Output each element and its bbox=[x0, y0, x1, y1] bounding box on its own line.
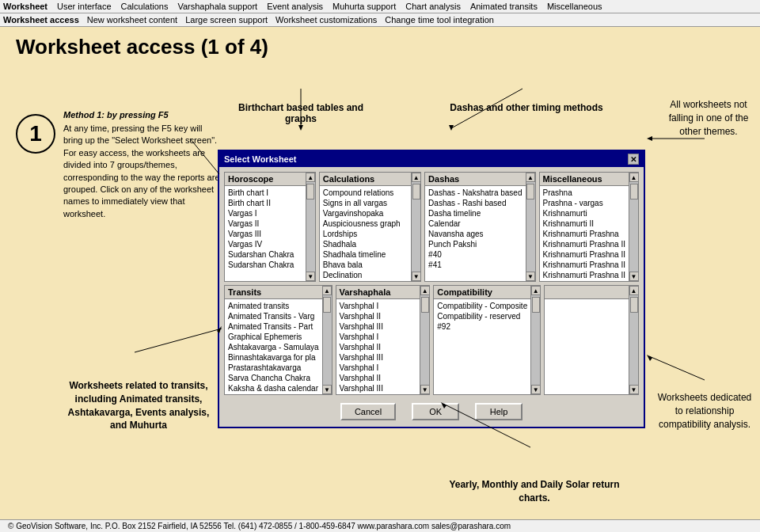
panel-horoscope-list[interactable]: Birth chart I Birth chart II Vargas I Va… bbox=[225, 186, 306, 281]
list-item[interactable]: Krishnamurti bbox=[542, 208, 628, 218]
list-item[interactable]: Graphical Ephemeris bbox=[226, 332, 321, 342]
scroll-down[interactable]: ▼ bbox=[531, 385, 541, 394]
list-item[interactable]: Krishnamurti Prashna II bbox=[542, 270, 628, 280]
menu-worksheet[interactable]: Worksheet bbox=[3, 2, 48, 11]
scroll-up[interactable]: ▲ bbox=[322, 286, 332, 295]
close-button[interactable]: ✕ bbox=[628, 154, 639, 165]
list-item[interactable]: Calendar bbox=[427, 218, 523, 229]
scroll-down[interactable]: ▼ bbox=[526, 272, 535, 281]
scroll-thumb[interactable] bbox=[532, 297, 540, 313]
scrollbar[interactable]: ▲ ▼ bbox=[629, 173, 638, 281]
list-item[interactable]: Vargas IV bbox=[226, 239, 304, 249]
scrollbar[interactable]: ▲ ▼ bbox=[306, 173, 315, 281]
scroll-up[interactable]: ▲ bbox=[629, 173, 639, 182]
list-item[interactable]: Auspiciousness graph bbox=[321, 218, 409, 229]
scroll-down[interactable]: ▼ bbox=[629, 385, 639, 394]
scroll-up[interactable]: ▲ bbox=[526, 173, 535, 182]
list-item[interactable]: Krishnamurti Prashna II bbox=[542, 260, 628, 270]
list-item[interactable]: #92 bbox=[435, 321, 529, 332]
list-item[interactable]: #41 bbox=[427, 260, 523, 270]
menu-calculations[interactable]: Calculations bbox=[121, 2, 169, 11]
list-item[interactable]: Krishnamurti Prashna II bbox=[542, 280, 628, 281]
scroll-thumb[interactable] bbox=[421, 297, 429, 313]
panel-calculations-list[interactable]: Compound relations Signs in all vargas V… bbox=[320, 186, 411, 281]
list-item[interactable]: Vargas III bbox=[226, 229, 304, 239]
submenu-worksheet-access[interactable]: Worksheet access bbox=[3, 15, 79, 25]
scroll-up[interactable]: ▲ bbox=[420, 286, 430, 295]
scroll-down[interactable]: ▼ bbox=[306, 272, 315, 281]
list-item[interactable]: Varshphal I bbox=[338, 363, 419, 373]
list-item[interactable]: Varshphal III bbox=[338, 352, 419, 363]
list-item[interactable]: Punch Pakshi bbox=[427, 239, 523, 249]
list-item[interactable]: Shadhala bbox=[321, 239, 409, 249]
list-item[interactable]: Krishnamurti Prashna II bbox=[542, 239, 628, 249]
menu-animated-transits[interactable]: Animated transits bbox=[470, 2, 538, 11]
panel-compatibility-list[interactable]: Compatibility - Composite Compatibility … bbox=[434, 299, 530, 394]
panel-misc-list[interactable]: Prashna Prashna - vargas Krishnamurti Kr… bbox=[540, 186, 629, 281]
list-item[interactable]: Navansha ages bbox=[427, 229, 523, 239]
scrollbar[interactable]: ▲ ▼ bbox=[530, 286, 540, 394]
list-item[interactable]: Dashas - Nakshatra based bbox=[427, 188, 523, 198]
scrollbar[interactable]: ▲ ▼ bbox=[322, 286, 332, 394]
list-item[interactable]: Malefic transit calendar bbox=[226, 393, 321, 394]
list-item[interactable]: Krishnamurti Prashna II bbox=[542, 249, 628, 260]
scroll-up[interactable]: ▲ bbox=[531, 286, 541, 295]
list-item[interactable]: Prashna bbox=[542, 188, 628, 198]
help-button[interactable]: Help bbox=[475, 403, 522, 420]
scrollbar[interactable]: ▲ ▼ bbox=[420, 286, 429, 394]
list-item[interactable]: Animated Transits - Part bbox=[226, 321, 321, 332]
scroll-down[interactable]: ▼ bbox=[412, 272, 421, 281]
list-item[interactable]: Sudarshan Chakra bbox=[226, 260, 304, 270]
list-item[interactable]: Lordships bbox=[321, 229, 409, 239]
list-item[interactable]: Varshphal III bbox=[338, 321, 419, 332]
list-item[interactable]: Compatibility - reserved bbox=[435, 311, 529, 321]
list-item[interactable]: Declination bbox=[321, 270, 409, 280]
list-item[interactable]: Krishnamurti II bbox=[542, 218, 628, 229]
scroll-thumb[interactable] bbox=[323, 297, 331, 313]
scrollbar[interactable]: ▲ ▼ bbox=[411, 173, 420, 281]
list-item[interactable]: Vargas II bbox=[226, 218, 304, 229]
list-item[interactable]: Shadhala timeline bbox=[321, 249, 409, 260]
menu-chart-analysis[interactable]: Chart analysis bbox=[405, 2, 461, 11]
list-item[interactable]: Compound relations bbox=[321, 188, 409, 198]
list-item[interactable]: Varshphal I bbox=[338, 301, 419, 311]
scroll-down[interactable]: ▼ bbox=[322, 385, 332, 394]
list-item[interactable]: Krishnamurti Prashna bbox=[542, 229, 628, 239]
list-item[interactable]: Varshphal II bbox=[338, 373, 419, 383]
list-item[interactable]: Binnashtakavarga for pla bbox=[226, 352, 321, 363]
scroll-up[interactable]: ▲ bbox=[306, 173, 315, 182]
panel-dashas-list[interactable]: Dashas - Nakshatra based Dashas - Rashi … bbox=[425, 186, 525, 281]
panel-varshaphala-list[interactable]: Varshphal I Varshphal II Varshphal III V… bbox=[336, 299, 420, 394]
list-item[interactable]: Dashas - Rashi based bbox=[427, 198, 523, 208]
menu-user-interface[interactable]: User interface bbox=[57, 2, 111, 11]
submenu-new-worksheet[interactable]: New worksheet content bbox=[87, 15, 177, 25]
list-item[interactable]: Birth chart I bbox=[226, 188, 304, 198]
list-item[interactable]: Varshphal II bbox=[338, 342, 419, 352]
scroll-up[interactable]: ▲ bbox=[412, 173, 421, 182]
list-item[interactable]: Prastarashtakavarga bbox=[226, 363, 321, 373]
menu-event-analysis[interactable]: Event analysis bbox=[267, 2, 323, 11]
list-item[interactable]: #40 bbox=[427, 249, 523, 260]
submenu-customizations[interactable]: Worksheet customizations bbox=[276, 15, 377, 25]
scroll-down[interactable]: ▼ bbox=[420, 385, 430, 394]
list-item[interactable]: Signs in all vargas bbox=[321, 198, 409, 208]
scrollbar[interactable]: ▲ ▼ bbox=[526, 173, 535, 281]
list-item[interactable]: Ashtakavarga - Samulaya bbox=[226, 342, 321, 352]
scrollbar[interactable]: ▲ ▼ bbox=[629, 286, 638, 394]
ok-button[interactable]: OK bbox=[412, 403, 459, 420]
menu-muhurta[interactable]: Muhurta support bbox=[332, 2, 396, 11]
menu-varshaphala[interactable]: Varshaphala support bbox=[177, 2, 257, 11]
list-item[interactable]: Sudarshan Chakra bbox=[226, 249, 304, 260]
scroll-down[interactable]: ▼ bbox=[629, 272, 639, 281]
scroll-thumb[interactable] bbox=[630, 184, 638, 200]
list-item[interactable]: Animated Transits - Varg bbox=[226, 311, 321, 321]
list-item[interactable]: Dasha timeline bbox=[427, 208, 523, 218]
list-item[interactable]: Varshphal III bbox=[338, 383, 419, 393]
list-item[interactable]: Interpreting Grahas bbox=[321, 280, 409, 281]
list-item[interactable]: Vargavinshopaka bbox=[321, 208, 409, 218]
submenu-large-screen[interactable]: Large screen support bbox=[185, 15, 268, 25]
list-item[interactable]: Prashna - vargas bbox=[542, 198, 628, 208]
list-item[interactable]: Compatibility - Composite bbox=[435, 301, 529, 311]
list-item[interactable]: Varshphal II bbox=[338, 311, 419, 321]
list-item[interactable]: Varshphal I bbox=[338, 393, 419, 394]
